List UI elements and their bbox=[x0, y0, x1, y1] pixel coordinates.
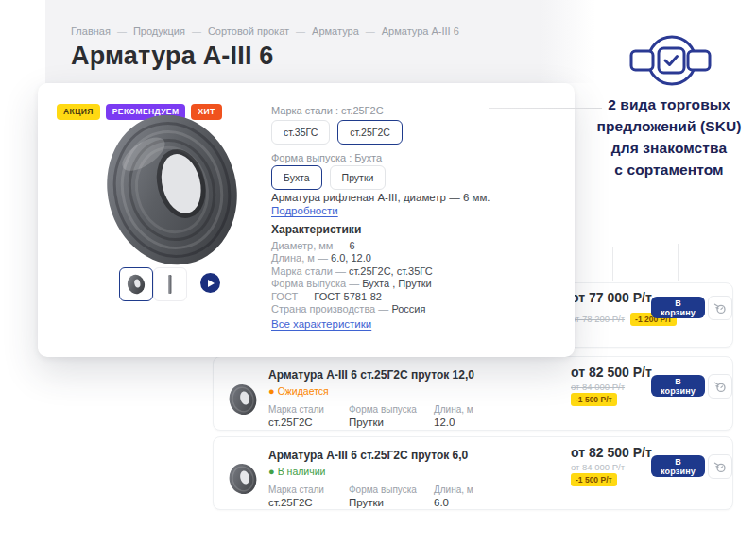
breadcrumb-item-products[interactable]: Продукция bbox=[133, 26, 185, 37]
all-characteristics-link[interactable]: Все характеристики bbox=[271, 318, 371, 330]
offer-title[interactable]: Арматура А-III 6 ст.25Г2С пруток 6,0 bbox=[268, 449, 468, 462]
details-link[interactable]: Подробности bbox=[271, 205, 338, 216]
video-play-button[interactable] bbox=[200, 273, 220, 293]
quick-order-icon bbox=[713, 301, 727, 315]
form-label: Форма выпуска : Бухта bbox=[271, 152, 382, 163]
offer-title[interactable]: Арматура А-III 6 ст.25Г2С пруток 12,0 bbox=[268, 368, 474, 382]
steel-option-st25g2s[interactable]: ст.25Г2С bbox=[337, 120, 403, 145]
annotation-line: с сортаментом bbox=[584, 159, 754, 180]
quick-order-button[interactable] bbox=[708, 296, 732, 320]
offer-old-price: от 84 000 Р/т bbox=[571, 462, 625, 472]
breadcrumb: Главная — Продукция — Сортовой прокат — … bbox=[71, 26, 459, 37]
characteristics-list: Диаметр, мм — 6 Длина, м — 6.0, 12.0 Мар… bbox=[271, 240, 433, 315]
annotation-line: 2 вида торговых bbox=[584, 94, 754, 115]
annotation-line: для знакомства bbox=[584, 137, 754, 159]
spec-label: Форма выпуска bbox=[349, 485, 417, 495]
breadcrumb-item-current: Арматура А-III 6 bbox=[382, 26, 459, 37]
characteristic-row: Страна производства — Россия bbox=[271, 303, 433, 315]
spec-value: ст.25Г2С bbox=[268, 417, 313, 428]
status-dot: ● bbox=[268, 466, 275, 477]
offer-status: ●Ожидается bbox=[268, 385, 329, 397]
breadcrumb-separator: — bbox=[296, 26, 305, 37]
gallery-thumbnail-coil[interactable] bbox=[119, 267, 153, 301]
add-to-cart-button[interactable]: В корзину bbox=[651, 455, 705, 477]
offer-price: от 82 500 Р/т bbox=[571, 365, 652, 380]
breadcrumb-separator: — bbox=[192, 26, 201, 37]
quick-order-button[interactable] bbox=[708, 454, 732, 479]
steel-grade-label: Марка стали : ст.25Г2С bbox=[271, 105, 384, 116]
breadcrumb-item-rebar[interactable]: Арматура bbox=[312, 26, 359, 37]
spec-label: Форма выпуска bbox=[349, 404, 417, 415]
product-description: Арматура рифленая А-III, диаметр — 6 мм. bbox=[271, 192, 490, 203]
breadcrumb-separator: — bbox=[117, 26, 127, 37]
rod-thumb-icon bbox=[159, 273, 181, 296]
form-option-rods[interactable]: Прутки bbox=[330, 165, 387, 190]
page-title: Арматура А-III 6 bbox=[71, 42, 274, 71]
add-to-cart-button[interactable]: В корзину bbox=[651, 297, 705, 318]
spec-value: Прутки bbox=[349, 417, 384, 428]
annotation-text: 2 вида торговых предложений (SKU) для зн… bbox=[584, 94, 754, 180]
spec-label: Длина, м bbox=[434, 404, 473, 415]
spec-label: Марка стали bbox=[268, 404, 324, 415]
steel-option-st35gs[interactable]: ст.35ГС bbox=[271, 120, 330, 145]
status-dot: ● bbox=[268, 385, 275, 397]
quick-order-button[interactable] bbox=[708, 374, 732, 399]
characteristic-row: ГОСТ — ГОСТ 5781-82 bbox=[271, 291, 433, 303]
gallery-thumbnail-rod[interactable] bbox=[153, 267, 187, 301]
form-options: Бухта Прутки bbox=[271, 165, 386, 190]
offer-price: от 82 500 Р/т bbox=[571, 445, 652, 460]
offer-row: Арматура А-III 6 ст.25Г2С пруток 6,0 ●В … bbox=[213, 436, 733, 510]
spec-label: Длина, м bbox=[434, 485, 473, 495]
spec-label: Марка стали bbox=[268, 485, 324, 495]
offer-thumbnail-coil bbox=[225, 382, 261, 417]
offer-status: ●В наличии bbox=[268, 466, 325, 477]
breadcrumb-separator: — bbox=[366, 26, 375, 37]
offer-old-price: от 84 000 Р/т bbox=[571, 382, 625, 392]
spec-value: 12.0 bbox=[434, 417, 455, 428]
annotation-line: предложений (SKU) bbox=[584, 115, 754, 137]
form-option-coil[interactable]: Бухта bbox=[271, 165, 322, 190]
characteristic-row: Форма выпуска — Бухта , Прутки bbox=[271, 278, 433, 290]
offer-old-price: от 78 200 Р/т bbox=[571, 314, 625, 324]
divider bbox=[612, 247, 613, 281]
breadcrumb-item-home[interactable]: Главная bbox=[71, 26, 111, 37]
product-image-coil bbox=[94, 107, 250, 272]
spec-value: Прутки bbox=[349, 497, 384, 508]
characteristic-row: Марка стали — ст.25Г2С, ст.35ГС bbox=[271, 265, 433, 278]
sku-variants-icon bbox=[627, 30, 714, 91]
discount-badge: -1 500 Р/т bbox=[571, 393, 617, 406]
characteristic-row: Диаметр, мм — 6 bbox=[271, 240, 433, 252]
add-to-cart-button[interactable]: В корзину bbox=[651, 375, 705, 397]
quick-order-icon bbox=[713, 460, 727, 473]
offer-row: Арматура А-III 6 ст.25Г2С пруток 12,0 ●О… bbox=[213, 356, 733, 431]
spec-value: 6.0 bbox=[434, 497, 449, 508]
play-icon bbox=[208, 280, 215, 287]
characteristics-title: Характеристики bbox=[271, 223, 361, 236]
offer-price: от 77 000 Р/т bbox=[571, 290, 652, 305]
coil-thumb-icon bbox=[125, 273, 147, 296]
steel-grade-options: ст.35ГС ст.25Г2С bbox=[271, 120, 403, 145]
breadcrumb-item-rolled[interactable]: Сортовой прокат bbox=[208, 26, 289, 37]
divider bbox=[678, 244, 679, 281]
spec-value: ст.25Г2С bbox=[268, 497, 313, 508]
characteristic-row: Длина, м — 6.0, 12.0 bbox=[271, 252, 433, 264]
badge-sale: АКЦИЯ bbox=[57, 104, 100, 120]
discount-badge: -1 500 Р/т bbox=[571, 473, 617, 486]
offer-thumbnail-coil bbox=[225, 461, 261, 497]
quick-order-icon bbox=[713, 380, 727, 393]
